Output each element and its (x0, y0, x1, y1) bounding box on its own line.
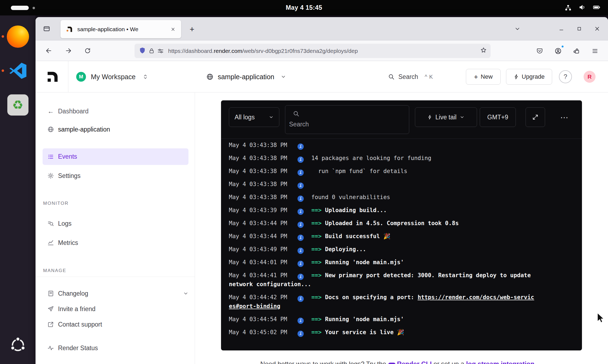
chevron-up-down-icon (143, 74, 148, 79)
log-filter-dropdown[interactable]: All logs (229, 107, 279, 127)
sidebar-item-contact-support[interactable]: Contact support (43, 318, 188, 330)
tab-close-button[interactable] (169, 25, 177, 34)
log-text: Build successful 🎉 (325, 233, 391, 240)
log-text: Uploading build... (325, 207, 387, 213)
firefox-view-button[interactable] (40, 22, 53, 36)
software-center-dock-icon[interactable]: ♻ (6, 93, 30, 117)
back-button[interactable] (42, 44, 56, 58)
pocket-button[interactable] (533, 44, 547, 58)
service-selector[interactable]: sample-application (206, 61, 286, 92)
log-timestamp: May 4 03:43:49 PM (229, 246, 287, 253)
log-text: Docs on specifying a port: (325, 294, 418, 301)
sidebar-back-dashboard[interactable]: ← Dashboard (43, 105, 188, 117)
log-message: ==> Build successful 🎉 (311, 233, 391, 240)
external-chat-icon (47, 321, 54, 328)
bookmark-star-button[interactable] (480, 47, 487, 53)
window-minimize-button[interactable] (554, 22, 568, 36)
reload-button[interactable] (81, 44, 95, 58)
log-timestamp: May 4 03:45:02 PM (229, 329, 287, 336)
gear-icon (47, 173, 54, 179)
vscode-dock-icon[interactable] (6, 59, 30, 83)
logs-footer: Need better ways to work with logs? Try … (221, 360, 582, 364)
log-search-input[interactable]: Search (285, 105, 409, 134)
user-avatar[interactable]: R (584, 71, 596, 83)
log-panel: All logs Search (221, 100, 582, 350)
render-logo[interactable] (47, 71, 58, 84)
browser-tab[interactable]: sample-application • We (60, 20, 181, 38)
tab-strip: sample-application • We + (36, 17, 608, 40)
log-timestamp: May 4 03:43:38 PM (229, 194, 287, 200)
log-text: Your service is live 🎉 (325, 329, 404, 336)
log-message: ==> Uploaded in 4.5s. Compression took 0… (311, 220, 459, 226)
log-message: ==> Running 'node main.mjs' (311, 316, 404, 323)
info-icon: i (297, 157, 304, 163)
log-text: Running 'node main.mjs' (325, 316, 404, 323)
render-favicon (66, 26, 73, 33)
sidebar-item-settings[interactable]: Settings (43, 170, 188, 182)
tab-title: sample-application • We (77, 26, 169, 33)
permissions-sliders-icon[interactable] (157, 48, 164, 54)
global-search[interactable]: Search ^ K (388, 61, 433, 92)
running-indicator-dot (2, 35, 4, 38)
log-entry: May 4 03:43:49 PMi==> Deploying... (229, 243, 536, 256)
paper-plane-icon (47, 306, 54, 312)
tracking-protection-shield-icon[interactable] (139, 47, 146, 55)
header-divider (68, 61, 68, 92)
timezone-button[interactable]: GMT+9 (480, 107, 516, 127)
log-text: Running 'node main.mjs' (325, 259, 404, 266)
log-arrow-prefix: ==> (311, 233, 325, 240)
new-tab-button[interactable]: + (186, 24, 198, 35)
service-name: sample-application (218, 73, 274, 81)
vscode-logo (8, 60, 28, 81)
firefox-dock-icon[interactable] (6, 25, 30, 49)
sidebar-item-invite-a-friend[interactable]: Invite a friend (43, 303, 188, 315)
log-text: run `npm fund` for details (311, 168, 407, 174)
ubuntu-logo (9, 336, 26, 353)
log-entry: May 4 03:44:42 PMi==> Docs on specifying… (229, 291, 536, 313)
expand-fullscreen-button[interactable] (526, 107, 545, 127)
sidebar: ← Dashboard sample-application Events S (36, 92, 195, 364)
volume-icon[interactable] (579, 4, 586, 12)
log-arrow-prefix: ==> (311, 207, 325, 213)
workspace-selector[interactable]: M My Workspace (76, 61, 148, 92)
workspace-avatar: M (76, 72, 86, 82)
account-button[interactable] (551, 44, 565, 58)
info-icon: i (297, 170, 304, 176)
info-icon: i (297, 331, 304, 337)
sidebar-item-events[interactable]: Events (43, 148, 188, 165)
firefox-logo (7, 25, 29, 48)
lock-icon[interactable] (149, 48, 155, 54)
sidebar-service-name[interactable]: sample-application (43, 123, 188, 135)
sidebar-item-logs[interactable]: Logs (43, 218, 188, 229)
log-text: Deploying... (325, 246, 366, 253)
sidebar-item-changelog[interactable]: Changelog (43, 288, 188, 299)
log-timestamp: May 4 03:44:41 PM (229, 272, 287, 279)
log-entry: May 4 03:43:44 PMi==> Uploaded in 4.5s. … (229, 217, 536, 230)
show-apps-ubuntu-logo[interactable] (6, 333, 30, 356)
log-arrow-prefix: ==> (311, 329, 325, 336)
sidebar-item-metrics[interactable]: Metrics (43, 237, 188, 249)
system-clock[interactable]: May 4 15:45 (0, 4, 608, 11)
more-options-button[interactable]: ⋯ (555, 107, 574, 127)
help-button[interactable]: ? (559, 70, 572, 83)
menu-hamburger-button[interactable] (588, 44, 602, 58)
network-tree-icon[interactable] (565, 4, 572, 11)
battery-icon[interactable] (593, 4, 600, 12)
window-close-button[interactable] (590, 22, 604, 36)
live-tail-dropdown[interactable]: Live tail (415, 107, 477, 127)
chevron-down-icon (269, 115, 274, 120)
url-bar[interactable]: https://dashboard.render.com/web/srv-d0b… (135, 44, 491, 58)
log-entry: May 4 03:44:41 PMi==> New primary port d… (229, 269, 536, 291)
log-message: run `npm fund` for details (311, 168, 407, 174)
extensions-puzzle-button[interactable] (569, 44, 584, 58)
window-maximize-button[interactable] (572, 22, 586, 36)
forward-button[interactable] (61, 44, 75, 58)
notebook-icon (47, 290, 54, 297)
log-stream-integration-link[interactable]: log stream integration → (466, 360, 543, 364)
tab-overflow-chevron[interactable] (510, 22, 524, 36)
upgrade-button[interactable]: Upgrade (506, 69, 552, 85)
chevron-down-icon (460, 115, 465, 120)
new-button[interactable]: + New (466, 69, 501, 85)
render-cli-link[interactable]: Render CLI (397, 360, 432, 364)
sidebar-item-render-status[interactable]: Render Status (43, 342, 188, 354)
